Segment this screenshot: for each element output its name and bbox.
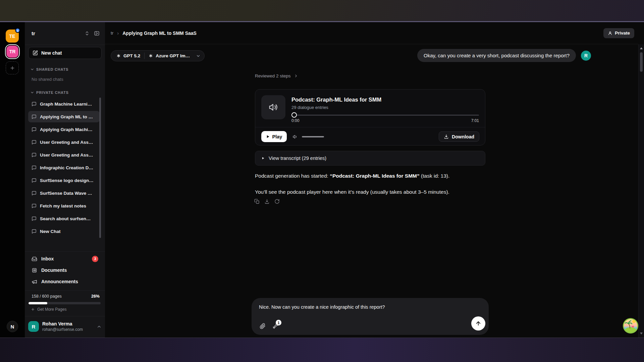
divider xyxy=(25,251,105,252)
chat-title: User Greeting and Ass… xyxy=(40,153,93,158)
desktop-wallpaper-bottom xyxy=(0,338,644,362)
chat-title: Graph Machine Learni… xyxy=(40,102,92,107)
user-message-row: Okay, can you create a very short, podca… xyxy=(417,49,591,62)
message-actions xyxy=(254,199,280,204)
reviewed-steps-toggle[interactable]: Reviewed 2 steps xyxy=(255,73,298,78)
download-icon[interactable] xyxy=(264,199,270,204)
workspace-avatar-tr[interactable]: TR xyxy=(6,46,18,58)
workspace-initials: TR xyxy=(9,49,16,54)
pages-usage-percent: 26% xyxy=(91,294,100,299)
tools-count-badge: 1 xyxy=(276,320,281,325)
sidebar-chat-item[interactable]: User Greeting and Ass… xyxy=(28,149,100,161)
shared-chats-section-header[interactable]: SHARED CHATS xyxy=(30,67,68,71)
tools-button[interactable]: 1 xyxy=(272,323,278,329)
composer: Nice. Now can you create a nice infograp… xyxy=(252,298,489,335)
user-account-menu[interactable]: R Rohan Verma rohan@surfsense.com xyxy=(28,319,102,334)
user-message-bubble: Okay, can you create a very short, podca… xyxy=(417,49,576,62)
volume-slider[interactable] xyxy=(302,136,324,137)
workspace-name: tr xyxy=(32,31,80,36)
message-square-icon xyxy=(32,140,37,145)
volume-icon[interactable] xyxy=(292,134,298,139)
collapse-sidebar-icon[interactable] xyxy=(94,31,100,36)
scrollbar-down-arrow[interactable] xyxy=(640,333,643,335)
message-square-icon xyxy=(32,153,37,158)
island-badge[interactable] xyxy=(623,318,639,334)
chevron-down-icon[interactable] xyxy=(196,54,201,58)
scrollbar-up-arrow[interactable] xyxy=(640,47,643,49)
sidebar-chat-item[interactable]: SurfSense logo design… xyxy=(28,175,100,186)
podcast-player-card: Podcast: Graph-ML Ideas for SMM 29 dialo… xyxy=(255,89,485,145)
get-more-pages-button[interactable]: Get More Pages xyxy=(31,307,66,312)
megaphone-icon xyxy=(32,279,37,285)
message-square-icon xyxy=(32,165,37,170)
copy-icon[interactable] xyxy=(254,199,260,204)
private-chats-section-header[interactable]: PRIVATE CHATS xyxy=(30,90,69,95)
sidebar-chat-item[interactable]: User Greeting and Ass… xyxy=(28,136,100,148)
workspace-initials: TE xyxy=(9,34,15,39)
workspace-avatar-te[interactable]: TE xyxy=(6,29,19,43)
chevron-down-icon xyxy=(30,90,34,95)
podcast-title: Podcast: Graph-ML Ideas for SMM xyxy=(291,97,381,103)
add-workspace-button[interactable] xyxy=(6,61,19,74)
screen: TE TR N tr xyxy=(0,0,644,362)
sidebar-item-announcements[interactable]: Announcements xyxy=(28,276,102,287)
model-chip-secondary[interactable]: Azure GPT Im… xyxy=(145,51,194,61)
podcast-time-total: 7:01 xyxy=(471,118,479,123)
sidebar-chat-item[interactable]: New Chat xyxy=(28,226,100,237)
triangle-right-icon xyxy=(261,157,265,160)
chat-title: User Greeting and Ass… xyxy=(40,140,93,145)
workspace-switcher-icon[interactable] xyxy=(85,31,90,36)
main-header: tr › Applying Graph ML to SMM SaaS Priva… xyxy=(105,22,638,44)
person-icon xyxy=(608,31,612,36)
model-selector: GPT 5.2 Azure GPT Im… xyxy=(111,50,205,61)
podcast-status-text: Podcast generation has started: “Podcast… xyxy=(255,173,449,179)
scrollbar[interactable] xyxy=(638,44,644,338)
podcast-seek-slider[interactable] xyxy=(291,112,479,118)
message-square-icon xyxy=(32,203,37,208)
privacy-toggle-button[interactable]: Private xyxy=(603,28,634,38)
regenerate-icon[interactable] xyxy=(274,199,280,204)
openai-icon xyxy=(149,54,153,58)
download-button[interactable]: Download xyxy=(439,131,479,142)
sidebar-item-inbox[interactable]: Inbox 3 xyxy=(28,253,102,264)
scrollbar-thumb[interactable] xyxy=(640,52,643,72)
plus-icon xyxy=(31,307,35,311)
view-transcript-toggle[interactable]: View transcript (29 entries) xyxy=(255,151,485,166)
attachment-button[interactable] xyxy=(260,323,266,329)
nextjs-logo[interactable]: N xyxy=(7,321,18,332)
message-square-icon xyxy=(32,229,37,234)
send-button[interactable] xyxy=(471,316,485,330)
podcast-artwork-tile xyxy=(261,95,285,119)
private-chats-list: Graph Machine Learni…Applying Graph ML t… xyxy=(28,98,100,237)
pencil-square-icon xyxy=(33,50,38,56)
chat-title: Applying Graph Machi… xyxy=(40,127,93,132)
new-chat-button[interactable]: New chat xyxy=(28,47,102,59)
sidebar-chat-item[interactable]: Graph Machine Learni… xyxy=(28,98,100,110)
model-chip-primary[interactable]: GPT 5.2 xyxy=(112,51,144,61)
sidebar-chat-item[interactable]: Applying Graph ML to … xyxy=(28,111,100,122)
message-square-icon xyxy=(32,191,37,196)
play-button[interactable]: Play xyxy=(261,131,287,142)
message-square-icon xyxy=(32,114,37,119)
app-window: TE TR N tr xyxy=(0,22,644,338)
sidebar-header: tr xyxy=(25,22,105,45)
chat-title: Applying Graph ML to … xyxy=(40,114,93,119)
sidebar-chat-item[interactable]: Infographic Creation D… xyxy=(28,162,100,173)
breadcrumb-workspace[interactable]: tr xyxy=(111,31,113,36)
documents-icon xyxy=(32,267,37,273)
composer-input[interactable]: Nice. Now can you create a nice infograp… xyxy=(259,304,469,310)
message-square-icon xyxy=(32,216,37,221)
sidebar-chat-item[interactable]: Search about surfsen… xyxy=(28,213,100,224)
sidebar-item-documents[interactable]: Documents xyxy=(28,264,102,276)
sidebar-chat-item[interactable]: Applying Graph Machi… xyxy=(28,124,100,135)
divider xyxy=(25,290,105,291)
arrow-up-icon xyxy=(475,320,481,326)
sidebar-chat-item[interactable]: SurfSense Data Wave … xyxy=(28,187,100,199)
desktop-wallpaper-top xyxy=(0,0,644,21)
podcast-ready-note: You’ll see the podcast player here when … xyxy=(255,189,449,195)
seek-handle[interactable] xyxy=(291,112,297,118)
sidebar-scrollbar-thumb[interactable] xyxy=(99,98,101,238)
user-email: rohan@surfsense.com xyxy=(42,327,83,332)
divider xyxy=(255,127,485,127)
sidebar-chat-item[interactable]: Fetch my latest notes xyxy=(28,200,100,212)
